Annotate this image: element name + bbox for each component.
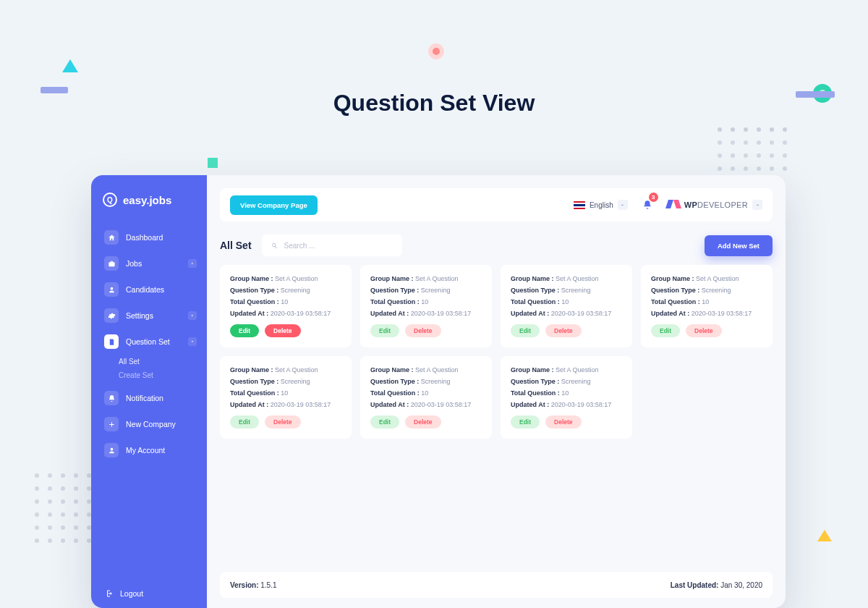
delete-button[interactable]: Delete bbox=[265, 415, 301, 428]
card-group-row: Group Name : Set A Question bbox=[230, 275, 341, 282]
app-window: Q easy.jobs Dashboard Jobs Candidates Se… bbox=[91, 175, 786, 608]
sidebar-item-label: My Account bbox=[126, 446, 165, 455]
briefcase-icon bbox=[104, 256, 119, 271]
notification-badge: 3 bbox=[649, 193, 658, 202]
last-updated-text: Last Updated: Jan 30, 2020 bbox=[671, 581, 762, 589]
card-actions: EditDelete bbox=[651, 324, 762, 337]
card-actions: EditDelete bbox=[230, 324, 341, 337]
card-type-row: Question Type : Screening bbox=[370, 287, 482, 294]
sidebar-item-my-account[interactable]: My Account bbox=[95, 437, 203, 463]
version-text: Version: 1.5.1 bbox=[230, 581, 277, 589]
card-group-row: Group Name : Set A Question bbox=[511, 366, 622, 373]
card-updated-row: Updated At : 2020-03-19 03:58:17 bbox=[370, 310, 482, 317]
cards-grid: Group Name : Set A QuestionQuestion Type… bbox=[220, 265, 773, 439]
notifications-button[interactable]: 3 bbox=[638, 195, 657, 214]
card-actions: EditDelete bbox=[511, 415, 622, 428]
card-group-row: Group Name : Set A Question bbox=[370, 366, 482, 373]
edit-button[interactable]: Edit bbox=[511, 415, 540, 428]
question-set-card: Group Name : Set A QuestionQuestion Type… bbox=[641, 265, 773, 347]
logout-button[interactable]: Logout bbox=[91, 579, 207, 608]
delete-button[interactable]: Delete bbox=[686, 324, 722, 337]
brand-sub: DEVELOPER bbox=[697, 200, 748, 209]
sidebar-item-label: Candidates bbox=[126, 285, 164, 294]
page-title: Question Set View bbox=[0, 90, 868, 117]
edit-button[interactable]: Edit bbox=[230, 324, 259, 337]
card-actions: EditDelete bbox=[511, 324, 622, 337]
chevron-down-icon bbox=[188, 337, 197, 346]
logo[interactable]: Q easy.jobs bbox=[91, 190, 207, 224]
card-group-row: Group Name : Set A Question bbox=[370, 275, 482, 282]
footer: Version: 1.5.1 Last Updated: Jan 30, 202… bbox=[220, 572, 773, 598]
card-type-row: Question Type : Screening bbox=[230, 378, 341, 385]
card-total-row: Total Question : 10 bbox=[511, 389, 622, 397]
search-box[interactable] bbox=[262, 235, 402, 256]
search-icon bbox=[271, 242, 278, 250]
gear-icon bbox=[104, 308, 119, 323]
card-total-row: Total Question : 10 bbox=[230, 389, 341, 397]
sidebar-item-settings[interactable]: Settings bbox=[95, 303, 203, 329]
card-type-row: Question Type : Screening bbox=[651, 287, 762, 294]
flag-icon bbox=[574, 201, 585, 209]
main-content: View Company Page English 3 WPDEVELOPER bbox=[207, 175, 786, 608]
sidebar-subitem-all-set[interactable]: All Set bbox=[119, 358, 207, 366]
sidebar-nav: Dashboard Jobs Candidates Settings Quest… bbox=[91, 224, 207, 579]
delete-button[interactable]: Delete bbox=[545, 415, 582, 428]
card-actions: EditDelete bbox=[370, 415, 482, 428]
sidebar-item-candidates[interactable]: Candidates bbox=[95, 276, 203, 303]
delete-button[interactable]: Delete bbox=[405, 324, 441, 337]
delete-button[interactable]: Delete bbox=[405, 415, 441, 428]
chevron-right-icon bbox=[188, 311, 197, 320]
logout-icon bbox=[104, 589, 113, 598]
card-total-row: Total Question : 10 bbox=[370, 298, 482, 305]
card-total-row: Total Question : 10 bbox=[651, 298, 762, 305]
card-updated-row: Updated At : 2020-03-19 03:58:17 bbox=[651, 310, 762, 317]
section-title: All Set bbox=[220, 240, 252, 251]
card-group-row: Group Name : Set A Question bbox=[511, 275, 622, 282]
sidebar-item-jobs[interactable]: Jobs bbox=[95, 250, 203, 276]
logo-text: easy.jobs bbox=[123, 194, 171, 206]
logout-label: Logout bbox=[120, 589, 143, 598]
edit-button[interactable]: Edit bbox=[370, 324, 399, 337]
sidebar: Q easy.jobs Dashboard Jobs Candidates Se… bbox=[91, 175, 207, 608]
question-set-card: Group Name : Set A QuestionQuestion Type… bbox=[220, 265, 352, 347]
question-set-card: Group Name : Set A QuestionQuestion Type… bbox=[360, 265, 492, 347]
person-icon bbox=[104, 443, 119, 457]
card-updated-row: Updated At : 2020-03-19 03:58:17 bbox=[230, 310, 341, 317]
sidebar-item-question-set[interactable]: Question Set bbox=[95, 329, 203, 355]
document-icon bbox=[104, 334, 119, 349]
card-type-row: Question Type : Screening bbox=[511, 287, 622, 294]
question-set-card: Group Name : Set A QuestionQuestion Type… bbox=[360, 356, 492, 439]
edit-button[interactable]: Edit bbox=[651, 324, 680, 337]
card-type-row: Question Type : Screening bbox=[370, 378, 482, 385]
sidebar-item-label: Question Set bbox=[126, 337, 170, 346]
topbar: View Company Page English 3 WPDEVELOPER bbox=[220, 188, 773, 221]
view-company-button[interactable]: View Company Page bbox=[230, 195, 318, 215]
sidebar-item-new-company[interactable]: New Company bbox=[95, 411, 203, 437]
search-input[interactable] bbox=[284, 242, 393, 250]
language-label: English bbox=[590, 201, 613, 209]
edit-button[interactable]: Edit bbox=[511, 324, 540, 337]
delete-button[interactable]: Delete bbox=[545, 324, 582, 337]
card-group-row: Group Name : Set A Question bbox=[230, 366, 341, 373]
card-type-row: Question Type : Screening bbox=[511, 378, 622, 385]
delete-button[interactable]: Delete bbox=[265, 324, 301, 337]
sidebar-subitem-create-set[interactable]: Create Set bbox=[119, 371, 207, 379]
language-switcher[interactable]: English bbox=[574, 200, 628, 210]
sidebar-item-dashboard[interactable]: Dashboard bbox=[95, 224, 203, 250]
company-switcher[interactable]: WPDEVELOPER bbox=[667, 198, 762, 211]
card-type-row: Question Type : Screening bbox=[230, 287, 341, 294]
sidebar-item-notification[interactable]: Notification bbox=[95, 385, 203, 411]
card-total-row: Total Question : 10 bbox=[230, 298, 341, 305]
chevron-right-icon bbox=[188, 259, 197, 268]
card-updated-row: Updated At : 2020-03-19 03:58:17 bbox=[370, 401, 482, 408]
question-set-submenu: All Set Create Set bbox=[91, 358, 207, 379]
content-header: All Set Add New Set bbox=[220, 235, 773, 256]
sidebar-item-label: Jobs bbox=[126, 259, 142, 268]
chevron-down-icon bbox=[752, 200, 762, 210]
add-new-set-button[interactable]: Add New Set bbox=[705, 235, 773, 256]
bell-icon bbox=[104, 391, 119, 405]
card-total-row: Total Question : 10 bbox=[511, 298, 622, 305]
sidebar-item-label: Notification bbox=[126, 394, 163, 402]
edit-button[interactable]: Edit bbox=[370, 415, 399, 428]
edit-button[interactable]: Edit bbox=[230, 415, 259, 428]
